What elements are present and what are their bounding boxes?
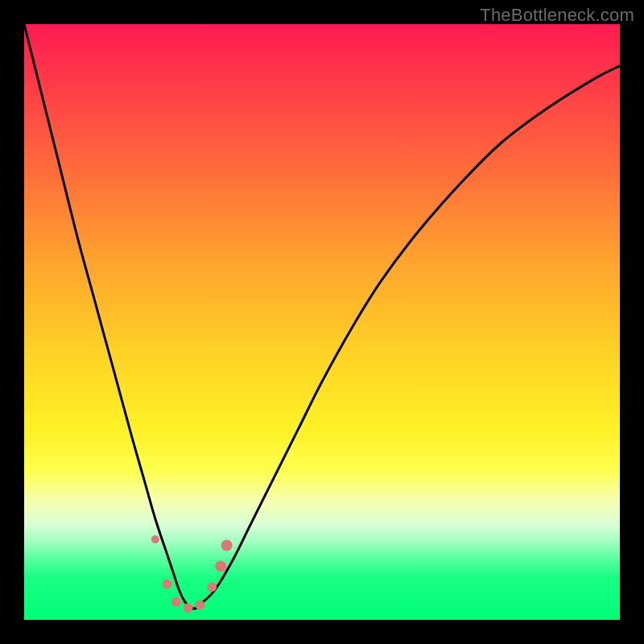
plot-area	[24, 24, 620, 620]
curve-svg	[24, 24, 620, 620]
curve-marker	[184, 603, 193, 613]
watermark-text: TheBottleneck.com	[480, 5, 634, 26]
curve-markers	[151, 535, 233, 613]
curve-marker	[163, 580, 172, 589]
curve-marker	[171, 597, 181, 607]
bottleneck-curve	[24, 24, 620, 609]
curve-marker	[195, 601, 204, 610]
curve-marker	[221, 540, 233, 551]
curve-marker	[151, 535, 159, 543]
curve-marker	[207, 582, 217, 592]
chart-frame: TheBottleneck.com	[0, 0, 644, 644]
curve-marker	[215, 560, 226, 572]
